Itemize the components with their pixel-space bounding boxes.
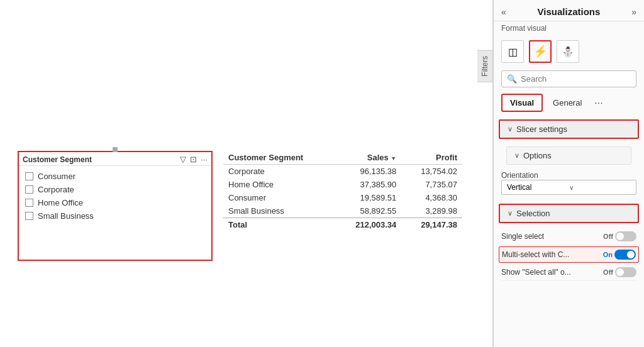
multi-select-row: Multi-select with C... On (499, 246, 639, 263)
cell-sales: 96,135.38 (335, 165, 401, 179)
total-label: Total (223, 218, 335, 232)
slicer-item[interactable]: Consumer (25, 170, 205, 183)
data-table: Customer Segment Sales ▼ Profit Corporat… (223, 151, 462, 231)
dropdown-chevron-icon: ∨ (569, 184, 631, 191)
table-viz-btn[interactable]: ◫ (501, 40, 524, 63)
options-subsection[interactable]: ∨ Options (506, 146, 631, 165)
orientation-label: Orientation (501, 171, 636, 180)
tab-more-icon[interactable]: ··· (594, 97, 602, 109)
single-select-state: Off (603, 233, 613, 240)
single-select-thumb (616, 233, 624, 240)
search-box: 🔍 (501, 70, 636, 87)
selection-section: Single select Off Multi-select with C...… (494, 226, 644, 284)
tab-general[interactable]: General (545, 95, 589, 111)
table-row: Small Business 58,892.55 3,289.98 (223, 204, 462, 218)
table-row: Corporate 96,135.38 13,754.02 (223, 165, 462, 179)
panel-title: Visualizations (538, 6, 601, 17)
orientation-row: Orientation Vertical ∨ (501, 167, 636, 196)
slicer-settings-section[interactable]: ∨ Slicer settings (499, 119, 639, 139)
checkbox-home-office[interactable] (25, 199, 33, 207)
collapse-panel-btn[interactable]: « (501, 7, 506, 17)
panel-header: « Visualizations » (494, 0, 644, 21)
checkbox-small-business[interactable] (25, 212, 33, 220)
viz-icons-row: ◫ ⚡ ⛄ (494, 38, 644, 68)
single-select-track[interactable] (615, 231, 636, 241)
single-select-toggle[interactable]: Off (603, 231, 636, 241)
slicer-settings-label: Slicer settings (516, 124, 567, 134)
cell-profit: 3,289.98 (401, 204, 462, 218)
checkbox-consumer[interactable] (25, 172, 33, 180)
canvas-area: Customer Segment ▽ ⊡ ··· Consumer Corpor… (0, 0, 493, 347)
col-segment: Customer Segment (223, 151, 335, 165)
checkbox-corporate[interactable] (25, 185, 33, 194)
analytics-viz-btn[interactable]: ⚡ (529, 40, 552, 63)
slicer-item[interactable]: Small Business (25, 209, 205, 223)
panel-subtitle: Format visual (494, 21, 644, 38)
cell-sales: 19,589.51 (335, 191, 401, 204)
filters-tab[interactable]: Filters (477, 50, 493, 82)
col-profit: Profit (401, 151, 462, 165)
options-label: Options (523, 151, 552, 160)
cell-profit: 13,754.02 (401, 165, 462, 179)
multi-select-toggle[interactable]: On (603, 250, 636, 260)
slicer-icons: ▽ ⊡ ··· (180, 155, 208, 164)
cell-segment: Consumer (223, 191, 335, 204)
right-panel: « Visualizations » Format visual ◫ ⚡ ⛄ 🔍… (493, 0, 644, 347)
orientation-value: Vertical (507, 183, 569, 192)
panel-tabs: Visual General ··· (494, 94, 644, 112)
select-all-row: Show "Select all" o... Off (501, 264, 636, 281)
selection-section-header[interactable]: ∨ Selection (499, 204, 639, 223)
cell-segment: Small Business (223, 204, 335, 218)
slicer-item[interactable]: Corporate (25, 183, 205, 196)
single-select-row: Single select Off (501, 228, 636, 245)
multi-select-state: On (603, 251, 613, 258)
options-section: ∨ Options Orientation Vertical ∨ (494, 141, 644, 201)
cell-sales: 58,892.55 (335, 204, 401, 218)
table-row: Consumer 19,589.51 4,368.30 (223, 191, 462, 204)
select-all-toggle[interactable]: Off (603, 267, 636, 277)
table-viz-icon: ◫ (508, 46, 518, 58)
cell-profit: 7,735.07 (401, 178, 462, 191)
brush-viz-btn[interactable]: ⛄ (557, 40, 579, 63)
table-row: Home Office 37,385.90 7,735.07 (223, 178, 462, 191)
sort-arrow[interactable]: ▼ (391, 155, 396, 162)
slicer-title: Customer Segment (23, 155, 92, 164)
more-icon[interactable]: ··· (201, 155, 208, 164)
multi-select-thumb (627, 251, 635, 258)
slicer-widget: Customer Segment ▽ ⊡ ··· Consumer Corpor… (18, 151, 213, 261)
cell-sales: 37,385.90 (335, 178, 401, 191)
table-total-row: Total 212,003.34 29,147.38 (223, 218, 462, 232)
col-sales: Sales ▼ (335, 151, 401, 165)
cell-segment: Corporate (223, 165, 335, 179)
total-sales: 212,003.34 (335, 218, 401, 232)
filter-icon[interactable]: ▽ (180, 155, 186, 164)
multi-select-track[interactable] (614, 250, 636, 260)
orientation-dropdown[interactable]: Vertical ∨ (501, 180, 636, 195)
expand-panel-btn[interactable]: » (631, 7, 636, 17)
cell-profit: 4,368.30 (401, 191, 462, 204)
tab-visual[interactable]: Visual (501, 94, 543, 112)
search-icon: 🔍 (507, 74, 517, 84)
slicer-label-home-office: Home Office (38, 198, 83, 207)
table-area: Customer Segment Sales ▼ Profit Corporat… (223, 151, 462, 231)
search-input[interactable] (521, 74, 631, 84)
slicer-item[interactable]: Home Office (25, 196, 205, 209)
multi-select-label: Multi-select with C... (502, 250, 569, 259)
select-all-label: Show "Select all" o... (501, 268, 571, 277)
total-profit: 29,147.38 (401, 218, 462, 232)
brush-viz-icon: ⛄ (562, 46, 574, 58)
slicer-label-corporate: Corporate (38, 185, 74, 194)
slicer-body: Consumer Corporate Home Office Small Bus… (19, 166, 211, 226)
single-select-label: Single select (501, 232, 544, 241)
expand-icon[interactable]: ⊡ (190, 155, 197, 164)
select-all-state: Off (603, 268, 613, 276)
slicer-label-small-business: Small Business (38, 211, 94, 221)
chevron-down-icon: ∨ (508, 125, 513, 133)
chevron-down-icon-options: ∨ (514, 151, 519, 160)
cell-segment: Home Office (223, 178, 335, 191)
selection-label: Selection (516, 209, 550, 218)
slicer-label-consumer: Consumer (38, 172, 75, 181)
select-all-track[interactable] (615, 267, 636, 277)
slicer-header: Customer Segment ▽ ⊡ ··· (19, 152, 211, 166)
analytics-viz-icon: ⚡ (533, 45, 547, 58)
